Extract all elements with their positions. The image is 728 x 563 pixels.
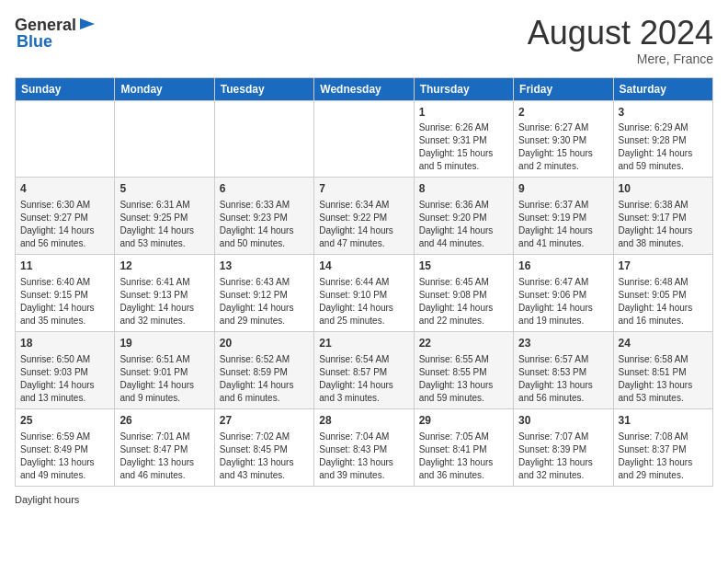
day-info: and 50 minutes. [220,237,309,250]
day-info: Sunset: 8:59 PM [220,366,309,379]
day-info: Sunrise: 6:27 AM [518,121,608,134]
day-info: Sunset: 9:27 PM [20,212,109,224]
calendar-cell: 16Sunrise: 6:47 AMSunset: 9:06 PMDayligh… [514,255,613,332]
calendar-cell: 19Sunrise: 6:51 AMSunset: 9:01 PMDayligh… [115,331,214,408]
day-number: 12 [119,259,209,274]
calendar-cell: 14Sunrise: 6:44 AMSunset: 9:10 PMDayligh… [314,255,414,332]
day-info: Sunset: 8:41 PM [419,443,508,456]
calendar-cell: 29Sunrise: 7:05 AMSunset: 8:41 PMDayligh… [414,408,513,486]
day-number: 20 [220,336,309,351]
day-info: Sunset: 9:03 PM [20,366,109,379]
day-info: and 53 minutes. [119,237,209,250]
day-info: Sunset: 9:13 PM [119,289,209,302]
day-info: and 35 minutes. [20,315,109,327]
day-info: Sunset: 8:47 PM [119,443,209,456]
day-info: Daylight: 14 hours [20,302,109,315]
daylight-label: Daylight hours [15,494,79,505]
day-info: Sunrise: 6:30 AM [20,199,109,212]
day-info: Daylight: 13 hours [518,379,608,392]
day-info: Daylight: 14 hours [20,224,109,237]
calendar-cell [314,100,414,178]
location: Mere, France [528,52,713,66]
day-number: 16 [518,259,608,274]
calendar-cell: 4Sunrise: 6:30 AMSunset: 9:27 PMDaylight… [16,178,115,255]
day-number: 7 [319,181,408,197]
day-info: Sunrise: 6:47 AM [518,276,608,289]
calendar-cell: 3Sunrise: 6:29 AMSunset: 9:28 PMDaylight… [613,100,712,178]
calendar-cell: 26Sunrise: 7:01 AMSunset: 8:47 PMDayligh… [115,408,214,486]
day-info: and 5 minutes. [419,160,508,173]
day-number: 1 [419,105,508,121]
day-info: Daylight: 14 hours [220,302,309,315]
calendar-cell: 5Sunrise: 6:31 AMSunset: 9:25 PMDaylight… [115,178,214,255]
calendar-cell: 15Sunrise: 6:45 AMSunset: 9:08 PMDayligh… [414,255,513,332]
day-info: Sunrise: 6:36 AM [419,199,508,212]
day-info: Sunset: 8:57 PM [319,366,408,379]
calendar-cell: 17Sunrise: 6:48 AMSunset: 9:05 PMDayligh… [613,255,712,332]
day-info: and 53 minutes. [619,392,708,405]
day-info: Sunrise: 7:07 AM [518,431,608,443]
day-info: and 49 minutes. [20,469,109,482]
day-info: and 59 minutes. [419,392,508,405]
day-info: and 41 minutes. [518,237,608,250]
day-number: 8 [419,181,508,197]
day-info: and 6 minutes. [220,392,309,405]
day-info: Daylight: 14 hours [20,379,109,392]
day-info: Sunrise: 7:08 AM [619,431,708,443]
calendar-cell: 9Sunrise: 6:37 AMSunset: 9:19 PMDaylight… [514,178,613,255]
calendar-dow-saturday: Saturday [613,77,712,100]
day-info: Daylight: 15 hours [419,147,508,160]
calendar-cell: 25Sunrise: 6:59 AMSunset: 8:49 PMDayligh… [16,408,115,486]
calendar-cell: 13Sunrise: 6:43 AMSunset: 9:12 PMDayligh… [214,255,313,332]
calendar-cell: 10Sunrise: 6:38 AMSunset: 9:17 PMDayligh… [613,178,712,255]
day-info: Sunset: 8:43 PM [319,443,408,456]
day-info: and 25 minutes. [319,315,408,327]
day-number: 2 [518,105,608,121]
day-info: Sunrise: 6:26 AM [419,121,508,134]
logo-blue: Blue [17,33,52,52]
day-number: 4 [20,181,109,197]
day-info: and 32 minutes. [518,469,608,482]
day-info: Sunset: 8:51 PM [619,366,708,379]
day-info: Sunset: 8:55 PM [419,366,508,379]
day-info: Sunrise: 6:55 AM [419,353,508,366]
day-info: Daylight: 14 hours [419,302,508,315]
day-info: Daylight: 13 hours [20,456,109,469]
day-info: Sunset: 9:06 PM [518,289,608,302]
day-info: Sunset: 8:39 PM [518,443,608,456]
day-info: Sunrise: 6:43 AM [220,276,309,289]
calendar-week-3: 11Sunrise: 6:40 AMSunset: 9:15 PMDayligh… [16,255,713,332]
day-info: and 44 minutes. [419,237,508,250]
day-info: Sunrise: 6:52 AM [220,353,309,366]
day-info: Sunset: 8:49 PM [20,443,109,456]
day-info: Sunset: 9:25 PM [119,212,209,224]
day-info: Daylight: 14 hours [619,302,708,315]
calendar-cell: 1Sunrise: 6:26 AMSunset: 9:31 PMDaylight… [414,100,513,178]
day-info: Sunset: 9:08 PM [419,289,508,302]
calendar-cell: 6Sunrise: 6:33 AMSunset: 9:23 PMDaylight… [214,178,313,255]
calendar-cell: 18Sunrise: 6:50 AMSunset: 9:03 PMDayligh… [16,331,115,408]
day-info: Sunrise: 7:04 AM [319,431,408,443]
day-info: and 36 minutes. [419,469,508,482]
title-block: August 2024 Mere, France [528,15,713,66]
calendar-cell [16,100,115,178]
day-info: Sunset: 9:05 PM [619,289,708,302]
day-info: Sunrise: 6:31 AM [119,199,209,212]
day-info: Daylight: 14 hours [319,224,408,237]
day-info: and 59 minutes. [619,160,708,173]
day-number: 19 [119,336,209,351]
day-info: and 29 minutes. [220,315,309,327]
day-info: and 43 minutes. [220,469,309,482]
day-info: Sunset: 9:28 PM [619,134,708,147]
day-info: Sunrise: 6:33 AM [220,199,309,212]
day-info: and 32 minutes. [119,315,209,327]
day-number: 10 [619,181,708,197]
logo: General Blue [15,15,98,52]
day-info: Daylight: 14 hours [119,224,209,237]
calendar-cell: 28Sunrise: 7:04 AMSunset: 8:43 PMDayligh… [314,408,414,486]
calendar-week-1: 1Sunrise: 6:26 AMSunset: 9:31 PMDaylight… [16,100,713,178]
day-number: 17 [619,259,708,274]
day-info: Daylight: 14 hours [518,302,608,315]
day-number: 30 [518,413,608,429]
calendar-dow-friday: Friday [514,77,613,100]
